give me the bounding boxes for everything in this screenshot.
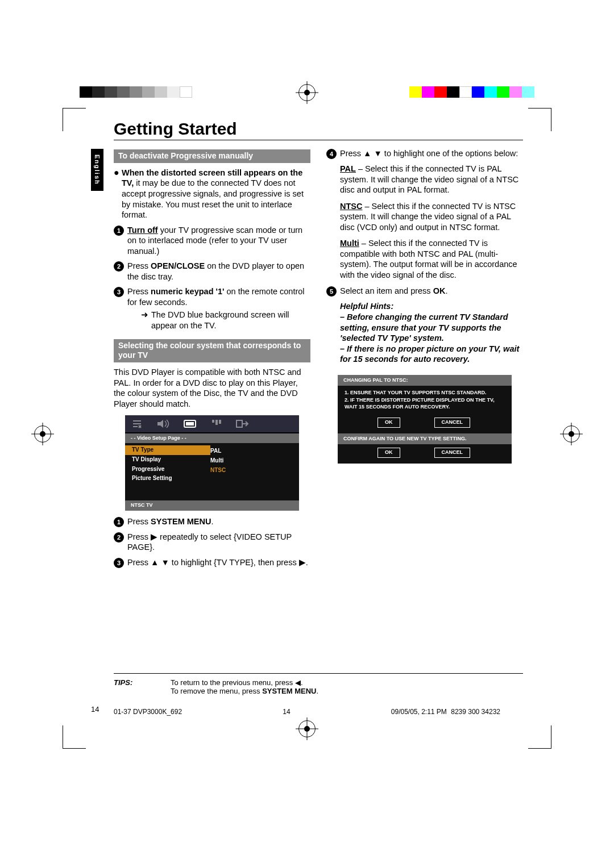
tips-row: TIPS: To return to the previous menu, pr… <box>114 673 523 695</box>
pal-desc: PAL – Select this if the connected TV is… <box>340 164 523 195</box>
step-1-text: Turn off your TV progressive scan mode o… <box>127 225 310 257</box>
hints-2: – If there is no proper picture on your … <box>340 344 523 365</box>
svg-rect-4 <box>219 420 221 424</box>
registration-mark-bottom <box>298 720 316 737</box>
osd-tab-audio-icon <box>156 419 171 429</box>
tips-body: To return to the previous menu, press ◀.… <box>171 678 318 695</box>
deactivate-intro: When the distorted screen still appears … <box>122 168 310 220</box>
crop-mark-tl <box>63 108 86 131</box>
osd-row-picture: Picture Setting <box>125 474 210 483</box>
dialog-change-ntsc: CHANGING PAL TO NTSC: 1. ENSURE THAT YOU… <box>338 375 512 464</box>
dialog-ok-2[interactable]: OK <box>377 448 400 458</box>
svg-rect-1 <box>186 422 194 425</box>
hints-1: – Before changing the current TV Standar… <box>340 312 523 344</box>
language-tab: English <box>91 149 103 191</box>
s2-step-1-text: Press SYSTEM MENU. <box>127 516 310 527</box>
step1-lead: Turn off <box>127 226 158 235</box>
osd-opt-pal: PAL <box>210 446 226 456</box>
ntsc-desc: NTSC – Select this if the connected TV i… <box>340 201 523 233</box>
dialog-cancel-2[interactable]: CANCEL <box>434 448 471 458</box>
dialog-hdr-2: CONFIRM AGAIN TO USE NEW TV TYPE SETTING… <box>338 433 512 445</box>
dialog-body-1: 1. ENSURE THAT YOUR TV SUPPORTS NTSC STA… <box>338 386 512 414</box>
svg-rect-2 <box>212 420 214 423</box>
page-title: Getting Started <box>114 119 523 140</box>
osd-row-tvtype: TV Type <box>125 445 210 455</box>
registration-mark-right <box>563 425 580 443</box>
hints-label: Helpful Hints: <box>340 301 523 312</box>
crop-mark-tr <box>528 108 551 131</box>
step-2-icon: 2 <box>114 261 124 272</box>
svg-rect-5 <box>237 420 242 427</box>
s2-step-2-text: Press ▶ repeatedly to select {VIDEO SETU… <box>127 532 310 553</box>
step-3-icon: 3 <box>114 287 124 297</box>
colorbar-left-top <box>80 86 192 98</box>
imprint-left: 01-37 DVP3000K_692 <box>114 708 182 716</box>
osd-tab-pref-icon <box>210 419 223 429</box>
right-column: 4 Press ▲ ▼ to highlight one of the opti… <box>326 146 523 573</box>
s2-step-3-icon: 3 <box>114 558 124 568</box>
section-deactivate-title: To deactivate Progressive manually <box>114 149 310 163</box>
registration-mark-top <box>298 84 316 101</box>
osd-opt-ntsc: NTSC <box>210 466 226 475</box>
colour-intro: This DVD Player is compatible with both … <box>114 367 310 409</box>
step-5-text: Select an item and press OK. <box>340 286 523 297</box>
osd-footer: NTSC TV <box>125 500 299 511</box>
s2-step-1-icon: 1 <box>114 517 124 527</box>
dialog-hdr-1: CHANGING PAL TO NTSC: <box>338 375 512 386</box>
osd-tab-general-icon <box>131 419 143 429</box>
crop-mark-br <box>528 725 551 749</box>
imprint-right: 09/05/05, 2:11 PM 8239 300 34232 <box>391 708 500 716</box>
step3-sub: The DVD blue background screen will appe… <box>151 310 310 331</box>
section-colour-title: Selecting the colour system that corresp… <box>114 339 310 363</box>
osd-menu-body: TV Type TV Display Progressive Picture S… <box>125 443 299 486</box>
osd-tab-video-icon <box>183 419 198 429</box>
osd-tab-exit-icon <box>235 419 249 429</box>
step-4-icon: 4 <box>326 149 337 159</box>
tips-label: TIPS: <box>114 678 148 695</box>
page-number: 14 <box>91 705 99 713</box>
step-2-text: Press OPEN/CLOSE on the DVD player to op… <box>127 261 310 282</box>
step-5-icon: 5 <box>326 286 337 297</box>
multi-desc: Multi – Select this if the connected TV … <box>340 238 523 280</box>
crop-mark-bl <box>63 725 86 749</box>
bullet-dot-icon: ● <box>114 168 122 220</box>
osd-opt-multi: Multi <box>210 456 226 466</box>
imprint-line: 01-37 DVP3000K_692 14 09/05/05, 2:11 PM … <box>114 708 500 716</box>
svg-rect-3 <box>215 420 218 425</box>
dialog-cancel-1[interactable]: CANCEL <box>434 418 471 428</box>
registration-mark-left <box>34 425 51 443</box>
s2-step-3-text: Press ▲ ▼ to highlight {TV TYPE}, then p… <box>127 557 310 568</box>
step-4-text: Press ▲ ▼ to highlight one of the option… <box>340 148 523 159</box>
part-number: 8239 300 34232 <box>451 708 500 716</box>
dialog-ok-1[interactable]: OK <box>377 418 400 428</box>
osd-menu: - - Video Setup Page - - TV Type TV Disp… <box>125 415 299 511</box>
s2-step-2-icon: 2 <box>114 532 124 542</box>
osd-row-progressive: Progressive <box>125 465 210 474</box>
osd-row-tvdisplay: TV Display <box>125 455 210 465</box>
step-1-icon: 1 <box>114 226 124 236</box>
imprint-mid: 14 <box>283 708 290 716</box>
colorbar-right-top <box>409 86 534 98</box>
osd-tabs <box>125 415 299 433</box>
osd-pagebar: - - Video Setup Page - - <box>125 433 299 444</box>
arrow-right-icon: ➜ <box>141 310 151 331</box>
step-3-text: Press numeric keypad '1' on the remote c… <box>127 286 310 331</box>
left-column: To deactivate Progressive manually ● Whe… <box>114 146 310 573</box>
intro-rest: it may be due to the connected TV does n… <box>122 178 304 219</box>
